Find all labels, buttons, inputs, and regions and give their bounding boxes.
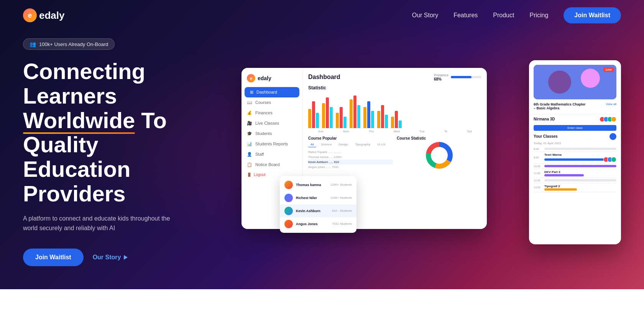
course-item-3: Kevin Ashburn ..... 610 — [308, 160, 393, 165]
bar-wed-1 — [350, 99, 353, 128]
person-avatar-2 — [284, 194, 293, 202]
class-name: 6th Grade Mathematics Chapter – Basic Al… — [534, 102, 587, 110]
nav-link-product[interactable]: Product — [493, 12, 514, 19]
dash-nav-reports-label: Students Reports — [255, 142, 288, 146]
dash-nav-students-label: Students — [255, 131, 272, 136]
donut-chart — [397, 142, 481, 169]
time-1300: 13:00 — [534, 186, 543, 189]
bar-group-tue — [363, 101, 374, 128]
donut — [426, 142, 453, 169]
finance-icon: 💰 — [247, 110, 252, 115]
person-name-2: Richest Niler — [296, 196, 317, 200]
users-icon: 👥 — [30, 41, 36, 47]
bar-900-blue — [544, 158, 604, 161]
time-1100: 11:00 — [534, 172, 543, 175]
bar-label-mon: Mon — [343, 130, 349, 133]
dash-nav-courses[interactable]: 📖 Courses — [242, 97, 302, 108]
report-icon: 📊 — [247, 142, 252, 147]
dash-nav-live-classes[interactable]: 🎥 Live Classes — [242, 118, 302, 128]
nav-link-features[interactable]: Features — [453, 12, 478, 19]
view-all-link[interactable]: View all — [606, 102, 616, 106]
nav-links: Our Story Features Product Pricing Join … — [412, 7, 621, 23]
bar-mon-1 — [322, 103, 325, 128]
bar-1300-container: Tipografi 2 — [544, 184, 616, 191]
logo[interactable]: e edaly — [23, 8, 65, 22]
schedule-row-800: 8:00 — [534, 147, 616, 152]
bar-1100-purple — [544, 174, 584, 176]
bar-1200 — [544, 179, 616, 181]
bar-chart — [308, 94, 481, 128]
bar-thu-3 — [343, 117, 347, 128]
dash-nav-staff[interactable]: 👤 Staff — [242, 149, 302, 160]
bar-tue-2 — [367, 101, 370, 128]
nirmana-row: Nirmana 3D — [534, 117, 616, 122]
hero-badge: 👥 100k+ Users Already On-Board — [23, 38, 115, 50]
bar-label-sun: Sun — [318, 130, 324, 133]
person-stat-1: 1200+ Students — [330, 183, 352, 186]
dash-nav-courses-label: Courses — [255, 100, 271, 105]
logout-label: Logout — [254, 173, 266, 177]
dash-nav-live-label: Live Classes — [255, 121, 279, 125]
bar-mon-3 — [330, 107, 333, 128]
bar-te-2 — [381, 105, 384, 128]
course-tabs: All Science Design Tipography UI-UX — [308, 142, 393, 147]
navbar: e edaly Our Story Features Product Prici… — [0, 0, 644, 31]
staff-icon: 👤 — [247, 152, 252, 157]
dash-nav-finances[interactable]: 💰 Finances — [242, 108, 302, 118]
course-item-4: Angus jones ...... 7031 — [308, 165, 393, 170]
tab-uiux[interactable]: UI-UX — [375, 142, 388, 147]
dropdown-row-3[interactable]: Kevin Ashburn 610 - Students — [280, 204, 356, 217]
dash-nav-students[interactable]: 🎓 Students — [242, 128, 302, 139]
join-waitlist-hero-button[interactable]: Join Waitlist — [23, 249, 84, 266]
bar-mon-2 — [326, 97, 329, 128]
course-section: Course Popular All Science Design Tipogr… — [308, 136, 481, 170]
tab-all[interactable]: All — [308, 142, 316, 147]
tab-science[interactable]: Science — [319, 142, 334, 147]
dropdown-row-1[interactable]: Thomas kamna 1200+ Students — [280, 178, 356, 191]
dash-nav-noticeboard[interactable]: 📋 Notice Board — [242, 160, 302, 170]
tipografi-label: Tipografi 2 — [544, 184, 616, 188]
tab-typography[interactable]: Tipography — [353, 142, 373, 147]
bar-1000 — [544, 165, 616, 167]
dash-nav-reports[interactable]: 📊 Students Reports — [242, 139, 302, 149]
your-classes-label: Your Classes — [534, 134, 558, 138]
hero-title-worldwide: Worldwide — [23, 108, 135, 133]
tab-design[interactable]: Design — [336, 142, 350, 147]
nirmana-label: Nirmana 3D — [534, 117, 555, 121]
dash-nav-dashboard-label: Dashboard — [256, 90, 277, 94]
course-popular-label: Course Popular — [308, 136, 393, 140]
person-name-1: Thomas kamna — [296, 183, 321, 187]
hero-section: 👥 100k+ Users Already On-Board Connectin… — [0, 0, 644, 289]
bar-group-mon — [322, 97, 333, 128]
bar-thu-2 — [340, 107, 343, 128]
dkv-label: DKV Part 3 — [544, 170, 616, 174]
nav-link-pricing[interactable]: Pricing — [529, 12, 548, 19]
bar-group-sun — [308, 101, 319, 128]
schedule-row-1000: 10:00 — [534, 164, 616, 169]
enter-class-button[interactable]: Enter class — [534, 125, 616, 131]
time-1200: 12:00 — [534, 179, 543, 182]
bar-tue-3 — [371, 111, 374, 128]
dropdown-row-2[interactable]: Richest Niler 1100+ Students — [280, 191, 356, 204]
join-waitlist-nav-button[interactable]: Join Waitlist — [564, 7, 621, 23]
dash-nav-finances-label: Finances — [255, 110, 273, 115]
bar-sun-1 — [308, 109, 311, 128]
time-1000: 10:00 — [534, 165, 543, 168]
bar-group-sat — [391, 111, 402, 128]
mini-avatars-900 — [605, 157, 616, 162]
hero-right: e edaly ⊞ Dashboard 📖 Courses 💰 Finances… — [230, 60, 621, 244]
hero-buttons: Join Waitlist Our Story — [23, 249, 215, 266]
bar-label-te: Te — [444, 130, 447, 133]
bar-1100-container: DKV Part 3 — [544, 170, 616, 176]
bar-900-1-container: Tesri Warna — [544, 153, 616, 162]
dashboard-title: Dashboard — [308, 74, 340, 81]
course-item-1: Rahul Tripathi ................ — [308, 150, 393, 155]
dropdown-row-4[interactable]: Angus Jones 7031 Students — [280, 217, 356, 231]
presence-label: Presence — [434, 73, 449, 77]
bar-group-thu — [336, 107, 347, 128]
logo-text: edaly — [39, 10, 65, 21]
dash-nav-dashboard[interactable]: ⊞ Dashboard — [245, 87, 299, 97]
our-story-button[interactable]: Our Story — [93, 254, 128, 261]
nav-link-our-story[interactable]: Our Story — [412, 12, 438, 19]
video-thumbnail: Live — [534, 65, 616, 99]
